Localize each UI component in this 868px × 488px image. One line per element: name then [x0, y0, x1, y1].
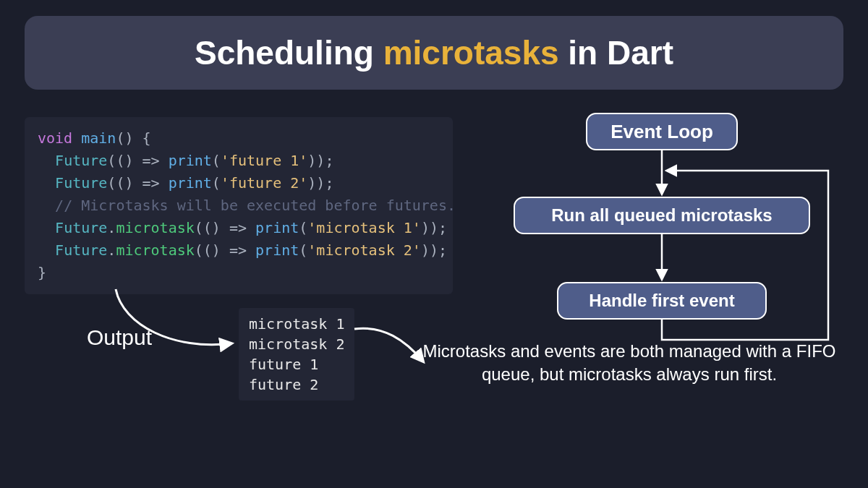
code-kw-void: void	[38, 129, 72, 147]
code-print-3: print	[255, 219, 299, 236]
code-cc-1: ));	[307, 152, 333, 169]
code-print-4: print	[255, 241, 299, 259]
flow-box-handle-event: Handle first event	[557, 282, 767, 320]
code-lambda-4: (() =>	[195, 241, 255, 259]
title-pre: Scheduling	[195, 34, 383, 72]
code-future-3: Future	[55, 219, 107, 236]
title-post: in Dart	[559, 34, 673, 72]
code-po-4: (	[299, 241, 307, 259]
code-open: () {	[116, 129, 150, 147]
code-str-f2: 'future 2'	[221, 174, 307, 192]
code-cc-3: ));	[421, 219, 447, 236]
output-label: Output	[87, 325, 152, 350]
page-title: Scheduling microtasks in Dart	[25, 16, 843, 90]
code-lambda-2: (() =>	[107, 174, 168, 192]
code-fn-main: main	[81, 129, 116, 147]
code-str-f1: 'future 1'	[221, 152, 307, 169]
code-block: void main() { Future(() => print('future…	[25, 117, 453, 294]
code-lambda-3: (() =>	[195, 219, 255, 236]
code-cc-2: ));	[307, 174, 333, 192]
code-print-1: print	[169, 152, 212, 169]
code-po-3: (	[299, 219, 307, 236]
footnote-text: Microtasks and events are both managed w…	[405, 340, 854, 387]
code-dot-3: .	[107, 219, 116, 236]
code-lambda-1: (() =>	[107, 152, 168, 169]
code-brace-close: }	[38, 264, 46, 281]
flow-box-microtasks: Run all queued microtasks	[514, 197, 810, 234]
code-future-2: Future	[55, 174, 107, 192]
code-dot-4: .	[107, 241, 116, 259]
output-block: microtask 1 microtask 2 future 1 future …	[239, 308, 354, 401]
code-future-4: Future	[55, 241, 107, 259]
code-future-1: Future	[55, 152, 107, 169]
code-comment: // Microtasks will be executed before fu…	[55, 197, 456, 214]
code-microtask-4: microtask	[116, 241, 194, 259]
code-str-m2: 'microtask 2'	[307, 241, 421, 259]
code-cc-4: ));	[421, 241, 447, 259]
flow-box-event-loop: Event Loop	[586, 113, 738, 150]
title-highlight: microtasks	[383, 34, 559, 72]
code-microtask-3: microtask	[116, 219, 194, 236]
code-print-2: print	[169, 174, 212, 192]
code-str-m1: 'microtask 1'	[307, 219, 421, 236]
code-po-2: (	[212, 174, 221, 192]
code-po-1: (	[212, 152, 221, 169]
